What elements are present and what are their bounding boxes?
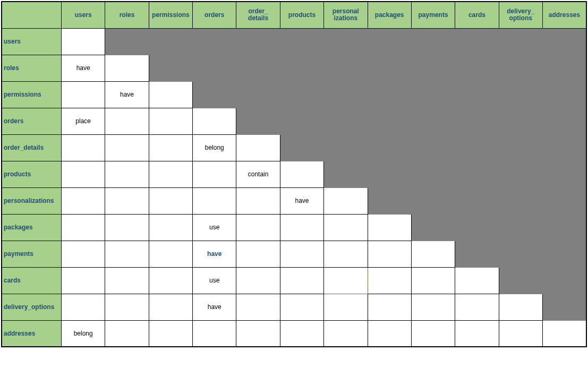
cell-2-10 [499,81,542,108]
cell-0-5 [280,28,323,55]
cell-0-8 [411,28,455,55]
cell-10-6 [324,294,368,320]
row-header-4: order_details [2,134,62,161]
cell-8-7 [368,241,411,267]
cell-10-10 [499,294,542,320]
cell-0-3 [193,28,236,55]
cell-3-5 [280,108,323,134]
cell-2-9 [455,81,499,108]
row-header-5: products [2,161,62,187]
cell-1-7 [368,55,411,81]
cell-5-10 [499,161,542,187]
cell-0-7 [368,28,411,55]
cell-8-1 [105,241,149,267]
cell-4-5 [280,134,323,161]
row-header-11: addresses [2,320,62,347]
cell-0-2 [149,28,192,55]
cell-10-2 [149,294,192,320]
header-corner [2,2,62,28]
col-header-2: permissions [149,2,192,28]
cell-6-6 [324,187,368,214]
cell-6-5: have [280,187,323,214]
cell-8-2 [149,241,192,267]
cell-6-1 [105,187,149,214]
cell-5-3 [193,161,236,187]
cell-10-7 [368,294,411,320]
cell-4-1 [105,134,149,161]
cell-7-0 [62,214,105,241]
row-header-9: cards [2,267,62,294]
cell-7-3: use [193,214,236,241]
row-header-3: orders [2,108,62,134]
cell-9-6 [324,267,368,294]
cell-2-5 [280,81,323,108]
col-header-11: addresses [542,2,586,28]
cell-3-2 [149,108,192,134]
cell-0-9 [455,28,499,55]
col-header-3: orders [193,2,236,28]
cell-9-5 [280,267,323,294]
cell-5-6 [324,161,368,187]
cell-10-4 [236,294,280,320]
cell-4-11 [542,134,586,161]
cell-10-3: have [193,294,236,320]
cell-6-0 [62,187,105,214]
cell-8-11 [542,241,586,267]
cell-11-7 [368,320,411,347]
cell-3-7 [368,108,411,134]
cell-2-7 [368,81,411,108]
cell-10-9 [455,294,499,320]
cell-10-11 [542,294,586,320]
cell-2-11 [542,81,586,108]
cell-7-11 [542,214,586,241]
cell-1-3 [193,55,236,81]
cell-6-11 [542,187,586,214]
cell-5-8 [411,161,455,187]
cell-8-5 [280,241,323,267]
cell-11-2 [149,320,192,347]
cell-5-9 [455,161,499,187]
cell-0-4 [236,28,280,55]
cell-4-7 [368,134,411,161]
cell-10-8 [411,294,455,320]
cell-9-1 [105,267,149,294]
relationship-matrix: usersrolespermissionsordersorder_details… [1,1,587,347]
cell-1-5 [280,55,323,81]
cell-1-0: have [62,55,105,81]
row-header-2: permissions [2,81,62,108]
row-header-8: payments [2,241,62,267]
cell-2-6 [324,81,368,108]
cell-0-6 [324,28,368,55]
cell-10-5 [280,294,323,320]
cell-3-8 [411,108,455,134]
cell-4-8 [411,134,455,161]
cell-6-7 [368,187,411,214]
cell-9-10 [499,267,542,294]
cell-8-10 [499,241,542,267]
cell-11-6 [324,320,368,347]
cell-7-10 [499,214,542,241]
cell-7-8 [411,214,455,241]
cell-6-4 [236,187,280,214]
col-header-6: personalizations [324,2,368,28]
cell-0-0 [62,28,105,55]
cell-11-0: belong [62,320,105,347]
cell-9-8 [411,267,455,294]
cell-7-4 [236,214,280,241]
cell-9-2 [149,267,192,294]
cell-8-0 [62,241,105,267]
cell-6-8 [411,187,455,214]
row-header-0: users [2,28,62,55]
row-header-6: personalizations [2,187,62,214]
row-header-10: delivery_options [2,294,62,320]
cell-7-5 [280,214,323,241]
cell-5-1 [105,161,149,187]
cell-2-4 [236,81,280,108]
cell-1-9 [455,55,499,81]
cell-2-2 [149,81,192,108]
cell-11-10 [499,320,542,347]
cell-10-0 [62,294,105,320]
cell-11-9 [455,320,499,347]
cell-1-4 [236,55,280,81]
cell-4-4 [236,134,280,161]
